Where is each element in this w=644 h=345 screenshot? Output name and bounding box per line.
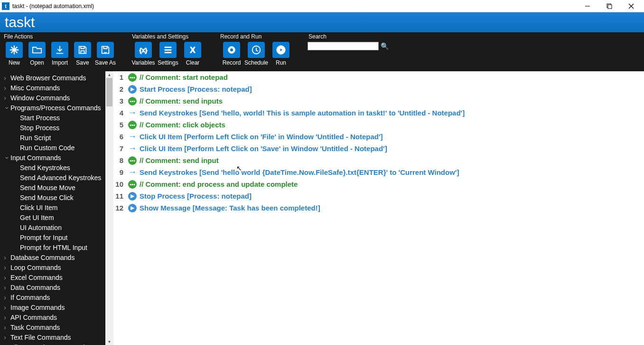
clear-button[interactable]: XClear xyxy=(180,42,205,66)
tree-item[interactable]: If Commands xyxy=(0,293,113,303)
comment-icon: ••• xyxy=(128,180,137,189)
command-tree[interactable]: Web Browser CommandsMisc CommandsWindow … xyxy=(0,71,113,345)
app-icon: t xyxy=(2,2,9,10)
record-button[interactable]: Record xyxy=(219,42,244,66)
line-number: 12 xyxy=(113,202,123,214)
line-number: 5 xyxy=(113,119,123,131)
svg-text:X: X xyxy=(190,46,195,54)
tree-item[interactable]: Image Commands xyxy=(0,303,113,313)
tree-item[interactable]: Loop Commands xyxy=(0,263,113,273)
script-line[interactable]: // Comment: send input xyxy=(140,154,644,166)
sidebar-scrollbar[interactable]: ▲ ▼ xyxy=(105,71,113,345)
tree-item[interactable]: Programs/Process Commands xyxy=(0,103,113,113)
folder-icon xyxy=(28,42,46,58)
comment-icon: ••• xyxy=(128,97,137,105)
line-number: 1 xyxy=(113,71,123,83)
tree-subitem[interactable]: Run Custom Code xyxy=(0,143,113,153)
script-line[interactable]: Click UI Item [Perform Left Click on 'Sa… xyxy=(140,143,644,154)
line-number: 9 xyxy=(113,166,123,178)
group-label-search: Search xyxy=(308,33,389,40)
close-button[interactable] xyxy=(620,0,642,12)
tree-item[interactable]: File Operation Commands xyxy=(0,343,113,345)
run-button[interactable]: Run xyxy=(269,42,293,66)
tree-subitem[interactable]: Click UI Item xyxy=(0,203,113,213)
script-line[interactable]: // Comment: start notepad xyxy=(140,71,644,83)
toolbar-group-run: Record and Run Record Schedule Run xyxy=(219,33,293,66)
main-area: Web Browser CommandsMisc CommandsWindow … xyxy=(0,71,644,345)
settings-button[interactable]: Settings xyxy=(156,42,180,66)
line-number: 8 xyxy=(113,154,123,166)
tree-item[interactable]: Excel Commands xyxy=(0,273,113,283)
tree-item[interactable]: API Commands xyxy=(0,313,113,323)
save-button[interactable]: Save xyxy=(71,42,94,66)
arrow-icon: → xyxy=(128,168,137,177)
group-label-vars: Variables and Settings xyxy=(131,33,205,40)
scroll-thumb[interactable] xyxy=(106,78,112,106)
arrow-icon: → xyxy=(128,144,137,153)
import-button[interactable]: Import xyxy=(48,42,71,66)
svg-rect-2 xyxy=(608,5,612,9)
svg-text:{x}: {x} xyxy=(139,47,147,54)
script-line[interactable]: // Comment: end process and update compl… xyxy=(140,178,644,190)
search-icon[interactable]: 🔍 xyxy=(381,42,389,50)
comment-icon: ••• xyxy=(128,156,137,165)
tree-item[interactable]: Database Commands xyxy=(0,253,113,263)
play-icon: ▶ xyxy=(128,85,137,94)
search-input[interactable] xyxy=(308,42,379,50)
clear-icon: X xyxy=(184,42,201,58)
tree-item[interactable]: Misc Commands xyxy=(0,83,113,93)
save-as-button[interactable]: ...Save As xyxy=(94,42,117,66)
maximize-button[interactable] xyxy=(598,0,620,12)
record-icon xyxy=(223,42,240,58)
scroll-up-arrow[interactable]: ▲ xyxy=(105,71,113,78)
minimize-button[interactable] xyxy=(577,0,598,12)
comment-icon: ••• xyxy=(128,73,137,82)
variables-icon: {x} xyxy=(135,42,152,58)
script-line[interactable]: // Comment: send inputs xyxy=(140,95,644,107)
script-line[interactable]: Stop Process [Process: notepad] xyxy=(140,190,644,202)
tree-subitem[interactable]: Run Script xyxy=(0,133,113,143)
schedule-button[interactable]: Schedule xyxy=(244,42,269,66)
arrow-icon: → xyxy=(128,133,137,141)
tree-subitem[interactable]: Send Mouse Click xyxy=(0,193,113,203)
script-line[interactable]: Send Keystrokes [Send 'hello world {Date… xyxy=(140,166,644,178)
line-number: 4 xyxy=(113,107,123,119)
tree-item[interactable]: Window Commands xyxy=(0,93,113,103)
save-as-icon: ... xyxy=(97,42,114,58)
window-title: taskt - (notepad automation.xml) xyxy=(12,3,94,10)
settings-icon xyxy=(159,42,177,58)
tree-item[interactable]: Input Commands xyxy=(0,153,113,163)
tree-subitem[interactable]: Send Mouse Move xyxy=(0,183,113,193)
new-button[interactable]: New xyxy=(3,42,26,66)
script-line[interactable]: // Comment: click objects xyxy=(140,119,644,131)
play-icon: ▶ xyxy=(128,204,137,212)
toolbar-group-search: Search 🔍 xyxy=(308,33,389,50)
tree-item[interactable]: Data Commands xyxy=(0,283,113,293)
scroll-down-arrow[interactable]: ▼ xyxy=(105,338,113,345)
tree-subitem[interactable]: Prompt for Input xyxy=(0,233,113,243)
script-editor[interactable]: 123456789101112 •••▶•••→•••→→•••→•••▶▶ /… xyxy=(113,71,644,345)
tree-subitem[interactable]: Start Process xyxy=(0,113,113,123)
tree-subitem[interactable]: Get UI Item xyxy=(0,213,113,223)
import-icon xyxy=(51,42,68,58)
tree-subitem[interactable]: UI Automation xyxy=(0,223,113,233)
tree-subitem[interactable]: Send Advanced Keystrokes xyxy=(0,173,113,183)
script-line[interactable]: Click UI Item [Perform Left Click on 'Fi… xyxy=(140,131,644,143)
script-line[interactable]: Start Process [Process: notepad] xyxy=(140,83,644,95)
tree-item[interactable]: Web Browser Commands xyxy=(0,73,113,83)
variables-button[interactable]: {x}Variables xyxy=(131,42,156,66)
open-button[interactable]: Open xyxy=(26,42,48,66)
line-number: 2 xyxy=(113,83,123,95)
line-number: 10 xyxy=(113,178,123,190)
tree-subitem[interactable]: Prompt for HTML Input xyxy=(0,243,113,253)
tree-subitem[interactable]: Stop Process xyxy=(0,123,113,133)
tree-item[interactable]: Task Commands xyxy=(0,323,113,333)
group-label-file: File Actions xyxy=(3,33,117,40)
tree-subitem[interactable]: Send Keystrokes xyxy=(0,163,113,173)
line-number: 11 xyxy=(113,190,123,202)
save-icon xyxy=(74,42,91,58)
script-line[interactable]: Show Message [Message: Task has been com… xyxy=(140,202,644,214)
script-line[interactable]: Send Keystrokes [Send 'hello, world! Thi… xyxy=(140,107,644,119)
tree-item[interactable]: Text File Commands xyxy=(0,333,113,343)
arrow-icon: → xyxy=(128,109,137,117)
